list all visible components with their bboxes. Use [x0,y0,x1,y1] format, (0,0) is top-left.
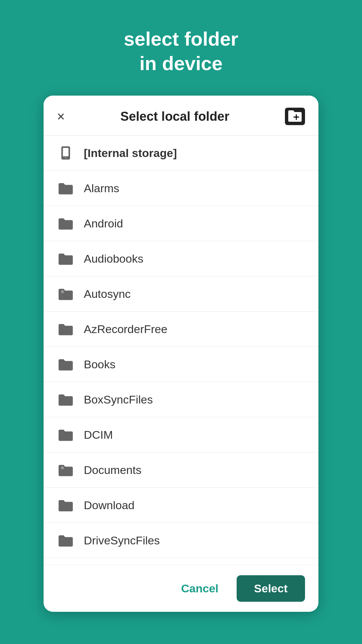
folder-icon [57,250,74,267]
folder-name-download: Download [84,499,134,512]
phone-icon [57,144,74,162]
folder-item-dcim[interactable]: DCIM [44,417,318,452]
svg-rect-3 [63,148,69,156]
dialog-header: × Select local folder [44,96,318,136]
folder-icon [57,532,74,549]
close-button[interactable]: × [57,110,65,123]
folder-item-books[interactable]: Books [44,347,318,382]
folder-icon [57,496,74,514]
dialog-footer: Cancel Select [44,565,318,612]
folder-name-android: Android [84,217,123,230]
cancel-button[interactable]: Cancel [173,577,227,600]
folder-item-download[interactable]: Download [44,488,318,523]
folder-icon [57,320,74,338]
folder-name-alarms: Alarms [84,182,119,195]
folder-item-azrecorderfree[interactable]: AzRecorderFree [44,312,318,347]
folder-icon [57,356,74,373]
folder-icon [57,179,74,197]
folder-item-documents[interactable]: Documents [44,452,318,488]
folder-name-audiobooks: Audiobooks [84,252,143,265]
svg-point-4 [65,157,67,159]
new-folder-icon [288,109,302,123]
folder-item-drivesyncfiles[interactable]: DriveSyncFiles [44,523,318,558]
svg-point-5 [61,290,64,293]
folder-icon [57,391,74,408]
folder-list: [Internal storage] Alarms Android Audiob… [44,136,318,565]
folder-name-drivesyncfiles: DriveSyncFiles [84,534,160,547]
folder-dialog: × Select local folder [Internal storage]… [44,96,318,612]
folder-icon [57,426,74,443]
svg-point-6 [61,466,64,469]
folder-name-dcim: DCIM [84,428,113,441]
dialog-title: Select local folder [65,109,285,124]
folder-item-alarms[interactable]: Alarms [44,171,318,206]
folder-dot-icon [57,285,74,303]
folder-dot-icon [57,461,74,479]
folder-item-android[interactable]: Android [44,206,318,241]
folder-name-books: Books [84,358,116,371]
new-folder-button[interactable] [285,108,305,125]
folder-name-boxsyncfiles: BoxSyncFiles [84,393,153,406]
folder-name-documents: Documents [84,464,141,477]
folder-name-azrecorderfree: AzRecorderFree [84,323,167,336]
folder-item-internal-storage[interactable]: [Internal storage] [44,136,318,171]
folder-name-internal-storage: [Internal storage] [84,147,177,160]
folder-item-dropsyncfiles[interactable]: DropsyncFiles [44,558,318,565]
folder-item-audiobooks[interactable]: Audiobooks [44,241,318,276]
folder-name-autosync: Autosync [84,287,131,301]
page-title: select folder in device [124,27,238,75]
folder-item-boxsyncfiles[interactable]: BoxSyncFiles [44,382,318,417]
folder-item-autosync[interactable]: Autosync [44,276,318,312]
select-button[interactable]: Select [237,575,305,602]
folder-icon [57,215,74,232]
